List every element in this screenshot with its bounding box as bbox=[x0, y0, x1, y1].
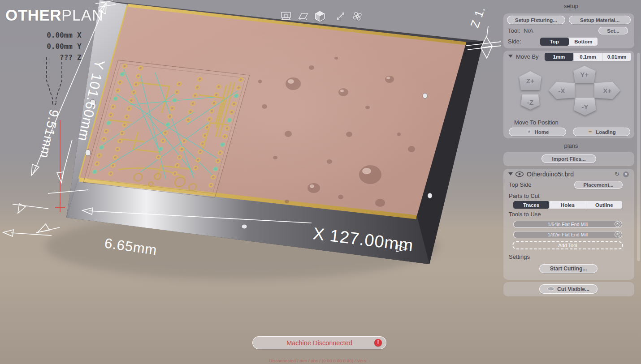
machine-status-alert-icon: ! bbox=[374, 339, 382, 347]
parts-option-outline[interactable]: Outline bbox=[586, 201, 622, 209]
cube-3d-view-icon[interactable] bbox=[313, 9, 327, 23]
coordinate-z-value: ??? bbox=[28, 52, 73, 63]
increment-0-01mm[interactable]: 0.01mm bbox=[602, 53, 631, 61]
tools-to-use-label: Tools to Use bbox=[509, 211, 541, 218]
move-card: Move By 1mm 0.1mm 0.01mm Z+ -Z Y+ -X X+ … bbox=[503, 51, 634, 138]
home-button[interactable]: Home bbox=[509, 128, 566, 136]
plans-section-title: plans bbox=[501, 142, 641, 149]
jog-x-plus-label: X+ bbox=[603, 87, 612, 94]
start-cutting-button[interactable]: Start Cutting... bbox=[539, 264, 598, 273]
home-button-label: Home bbox=[535, 129, 549, 135]
loading-button-label: Loading bbox=[596, 129, 616, 135]
logo-light: PLAN bbox=[61, 6, 103, 24]
settings-label: Settings bbox=[509, 253, 530, 260]
parts-to-cut-toggle: Traces Holes Outline bbox=[513, 201, 622, 209]
jog-z-minus-label: -Z bbox=[527, 98, 533, 106]
cut-visible-button-label: Cut Visible... bbox=[557, 286, 589, 292]
machine-coordinates: 0.00mm X 0.00mm Y ??? Z bbox=[28, 30, 86, 63]
dimension-label-z: Z 1. bbox=[468, 4, 488, 30]
move-by-label: Move By bbox=[516, 53, 539, 60]
cut-visible-icon bbox=[547, 286, 554, 292]
cut-visible-card: Cut Visible... bbox=[503, 282, 634, 296]
jog-x-minus-label: -X bbox=[559, 87, 565, 94]
cut-visible-button[interactable]: Cut Visible... bbox=[539, 284, 598, 294]
ghost-tool bbox=[47, 57, 62, 105]
move-to-position-label: Move To Position bbox=[514, 119, 559, 126]
plan-card: Otherduino5r.brd ↻ ✕ Top Side Placement.… bbox=[503, 169, 634, 280]
jog-z-plus-button[interactable]: Z+ bbox=[518, 71, 542, 90]
jog-z-plus-label: Z+ bbox=[526, 77, 534, 85]
placement-button[interactable]: Placement... bbox=[574, 181, 623, 189]
import-files-button[interactable]: Import Files... bbox=[541, 154, 596, 163]
coordinate-x-row: 0.00mm X bbox=[28, 30, 86, 41]
plan-reload-icon[interactable]: ↻ bbox=[615, 171, 619, 177]
tool-set-button[interactable]: Set... bbox=[598, 27, 628, 34]
tool-row-label: 1/32in Flat End Mill bbox=[548, 232, 588, 237]
coordinate-x-axis: X bbox=[77, 30, 86, 41]
import-card: Import Files... bbox=[503, 152, 634, 166]
plan-file-name[interactable]: Otherduino5r.brd bbox=[527, 171, 574, 178]
tool-row-label: 1/64in Flat End Mill bbox=[548, 222, 588, 227]
coordinate-y-value: 0.00mm bbox=[28, 41, 73, 52]
setup-material-button[interactable]: Setup Material... bbox=[569, 16, 631, 24]
setup-fixturing-button[interactable]: Setup Fixturing... bbox=[507, 16, 565, 24]
plan-side-label: Top Side bbox=[509, 181, 532, 188]
otherplan-window: .padA{stroke:#d8b464;stroke-width:11;str… bbox=[0, 0, 641, 364]
machine-view-icon[interactable] bbox=[279, 9, 293, 23]
flat-view-icon[interactable] bbox=[296, 9, 310, 23]
side-toggle: Top Bottom bbox=[540, 38, 598, 46]
jog-x-minus-button[interactable]: -X bbox=[549, 81, 575, 100]
loading-position-icon bbox=[587, 128, 593, 135]
parts-option-traces[interactable]: Traces bbox=[513, 201, 549, 209]
plan-visibility-eye-icon[interactable] bbox=[515, 171, 524, 178]
machine-status-detail: Disconnected / mm / abs / (0.00 0.00 0.0… bbox=[185, 358, 454, 363]
remove-tool-icon[interactable]: ✕ bbox=[615, 221, 620, 227]
probe-view-icon[interactable] bbox=[351, 9, 364, 23]
view-toolbar: d bbox=[279, 9, 364, 23]
jog-y-minus-label: -Y bbox=[582, 103, 589, 111]
jog-y-plus-button[interactable]: Y+ bbox=[572, 66, 597, 83]
machine-status-pill[interactable]: Machine Disconnected ! bbox=[252, 336, 386, 349]
viewport-3d[interactable]: .padA{stroke:#d8b464;stroke-width:11;str… bbox=[0, 0, 501, 364]
tool-row-1-32in[interactable]: 1/32in Flat End Mill ✕ bbox=[513, 231, 622, 238]
logo-strong: OTHER bbox=[5, 6, 61, 24]
home-icon bbox=[526, 128, 532, 135]
setup-card: Setup Fixturing... Setup Material... Too… bbox=[503, 13, 634, 48]
svg-text:d: d bbox=[340, 14, 342, 18]
sidebar-scrollbar[interactable] bbox=[637, 53, 640, 261]
loading-button[interactable]: Loading bbox=[573, 128, 630, 136]
coordinate-z-row: ??? Z bbox=[28, 52, 86, 63]
machine-status-label: Machine Disconnected bbox=[286, 339, 352, 347]
dimensions-toggle-icon[interactable]: d bbox=[333, 9, 347, 23]
sidebar: setup Setup Fixturing... Setup Material.… bbox=[501, 0, 641, 364]
dimension-label-offset-front: 9.51mm bbox=[37, 108, 61, 160]
setup-section-title: setup bbox=[501, 3, 641, 9]
jog-z-minus-button[interactable]: -Z bbox=[520, 94, 541, 110]
parts-option-holes[interactable]: Holes bbox=[549, 201, 585, 209]
jog-x-plus-button[interactable]: X+ bbox=[594, 81, 620, 100]
plan-disclosure-icon[interactable] bbox=[508, 172, 513, 176]
tool-label: Tool: bbox=[508, 27, 520, 34]
coordinate-y-row: 0.00mm Y bbox=[28, 41, 86, 52]
tool-value: N/A bbox=[524, 27, 533, 34]
move-by-disclosure-icon[interactable] bbox=[508, 55, 513, 58]
add-tool-button[interactable]: Add Tool bbox=[512, 241, 623, 249]
parts-to-cut-label: Parts to Cut bbox=[509, 193, 540, 199]
increment-1mm[interactable]: 1mm bbox=[545, 53, 573, 61]
coordinate-x-value: 0.00mm bbox=[28, 30, 73, 41]
jog-y-minus-button[interactable]: -Y bbox=[573, 98, 597, 116]
jog-y-plus-label: Y+ bbox=[580, 71, 589, 78]
coordinate-z-axis: Z bbox=[77, 52, 86, 63]
app-logo: OTHERPLAN bbox=[5, 6, 103, 24]
tool-row-1-64in[interactable]: 1/64in Flat End Mill ✕ bbox=[513, 221, 622, 228]
side-option-bottom[interactable]: Bottom bbox=[569, 38, 598, 46]
side-option-top[interactable]: Top bbox=[540, 38, 569, 46]
increment-0-1mm[interactable]: 0.1mm bbox=[573, 53, 602, 61]
plan-remove-icon[interactable]: ✕ bbox=[623, 171, 629, 177]
move-increment-toggle: 1mm 0.1mm 0.01mm bbox=[545, 53, 631, 61]
remove-tool-icon[interactable]: ✕ bbox=[615, 231, 620, 237]
coordinate-y-axis: Y bbox=[77, 41, 86, 52]
side-label: Side: bbox=[508, 38, 521, 45]
